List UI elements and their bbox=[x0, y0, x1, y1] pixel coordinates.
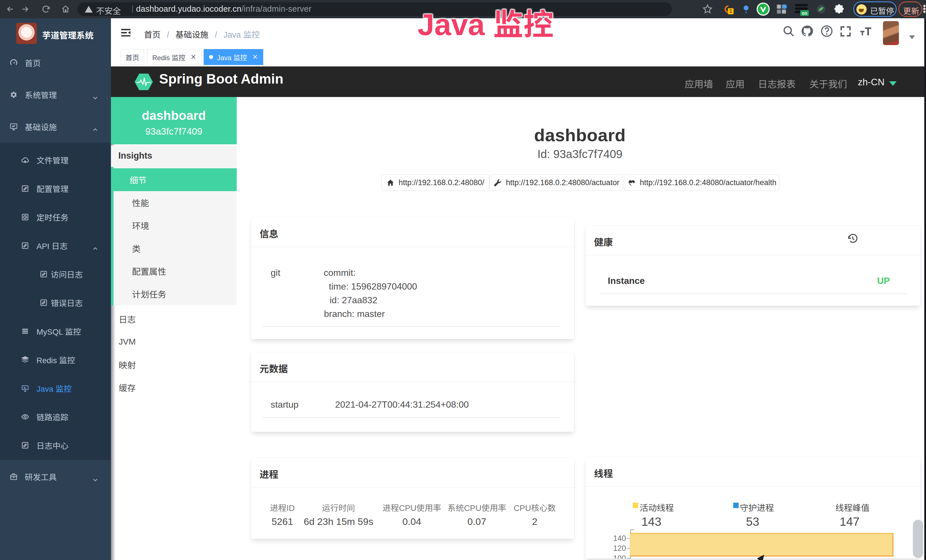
svg-text:1: 1 bbox=[729, 8, 732, 14]
svg-text:on: on bbox=[802, 11, 807, 16]
